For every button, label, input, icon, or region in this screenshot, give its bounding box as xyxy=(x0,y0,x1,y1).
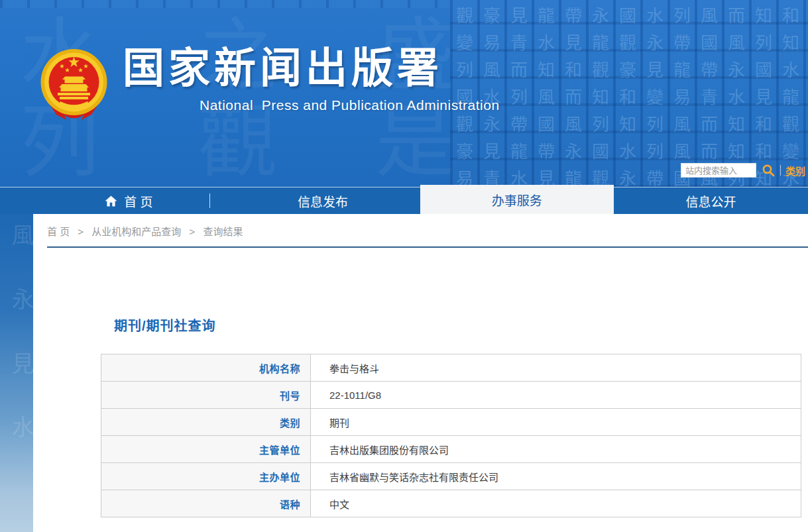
breadcrumb-separator: > xyxy=(78,226,84,237)
site-subtitle: National Press and Publication Administr… xyxy=(200,97,500,113)
row-value: 期刊 xyxy=(311,409,801,436)
row-label: 刊号 xyxy=(101,382,311,409)
national-emblem-logo[interactable] xyxy=(38,45,109,126)
main-nav: 首 页 信息发布 办事服务 信息公开 xyxy=(0,187,808,214)
nav-item-label: 信息发布 xyxy=(298,192,348,210)
home-icon xyxy=(105,195,117,207)
nav-item-home[interactable]: 首 页 xyxy=(32,187,226,214)
table-row: 刊号 22-1011/G8 xyxy=(101,382,801,409)
table-row: 类别 期刊 xyxy=(101,409,801,436)
row-label: 主办单位 xyxy=(101,463,311,490)
search-category-dropdown[interactable]: 类别 xyxy=(785,164,805,178)
table-row: 机构名称 拳击与格斗 xyxy=(101,354,801,382)
breadcrumb-query[interactable]: 从业机构和产品查询 xyxy=(91,226,181,237)
nav-item-label: 首 页 xyxy=(124,192,152,210)
site-title: 国家新闻出版署 xyxy=(123,45,500,91)
row-label: 机构名称 xyxy=(101,354,311,382)
row-label: 主管单位 xyxy=(101,436,311,463)
nav-item-label: 信息公开 xyxy=(686,192,736,210)
strip-characters: 風 永 見 水 xyxy=(5,223,33,455)
nav-divider xyxy=(209,193,210,208)
page: 水 之 盛 仰 物 列 觀 是 品 類 觀豪見龍帶永國水列風而知和 變易青水見龍… xyxy=(0,0,808,532)
row-value: 吉林出版集团股份有限公司 xyxy=(311,436,801,463)
content-area: 首 页 > 从业机构和产品查询 > 查询结果 期刊/期刊社查询 机构名称 拳击与… xyxy=(33,214,808,532)
page-title: 期刊/期刊社查询 xyxy=(114,315,808,335)
nav-items: 首 页 信息发布 办事服务 信息公开 xyxy=(0,187,808,214)
search-icon[interactable] xyxy=(762,164,775,177)
table-row: 主办单位 吉林省幽默与笑话杂志社有限责任公司 xyxy=(101,463,801,490)
brand-text: 国家新闻出版署 National Press and Publication A… xyxy=(123,45,500,113)
top-grid-strip xyxy=(0,0,450,8)
left-decor-strip: 風 永 見 水 xyxy=(0,214,33,532)
nav-item-label: 办事服务 xyxy=(492,191,542,209)
seal-grid-pattern: 觀豪見龍帶永國水列風而知和 變易青水見龍觀永帶國風列知 列風而知和觀豪見龍帶永國… xyxy=(450,0,808,187)
row-value: 吉林省幽默与笑话杂志社有限责任公司 xyxy=(311,463,801,490)
nav-item-news[interactable]: 信息发布 xyxy=(226,187,420,214)
table-row: 语种 中文 xyxy=(101,490,801,517)
breadcrumb-separator: > xyxy=(189,226,195,237)
nav-item-services[interactable]: 办事服务 xyxy=(420,185,614,214)
table-row: 主管单位 吉林出版集团股份有限公司 xyxy=(101,436,801,463)
site-brand[interactable]: 国家新闻出版署 National Press and Publication A… xyxy=(38,45,500,126)
breadcrumb-current: 查询结果 xyxy=(203,226,243,237)
seal-grid-characters: 觀豪見龍帶永國水列風而知和 變易青水見龍觀永帶國風列知 列風而知和觀豪見龍帶永國… xyxy=(456,3,808,187)
row-label: 类别 xyxy=(101,409,311,436)
nav-item-disclosure[interactable]: 信息公开 xyxy=(614,187,808,214)
breadcrumb-home[interactable]: 首 页 xyxy=(47,226,70,237)
row-value: 中文 xyxy=(311,490,801,517)
search-divider xyxy=(780,165,781,176)
breadcrumb: 首 页 > 从业机构和产品查询 > 查询结果 xyxy=(33,214,808,238)
breadcrumb-rule xyxy=(47,246,808,248)
row-label: 语种 xyxy=(101,490,311,517)
row-value: 22-1011/G8 xyxy=(311,382,801,409)
site-header: 水 之 盛 仰 物 列 觀 是 品 類 觀豪見龍帶永國水列風而知和 變易青水見龍… xyxy=(0,0,808,187)
row-value: 拳击与格斗 xyxy=(311,354,801,382)
site-search: 类别 xyxy=(681,162,805,178)
result-table: 机构名称 拳击与格斗 刊号 22-1011/G8 类别 期刊 主管单位 吉林出版… xyxy=(101,354,801,517)
search-input[interactable] xyxy=(681,163,756,178)
